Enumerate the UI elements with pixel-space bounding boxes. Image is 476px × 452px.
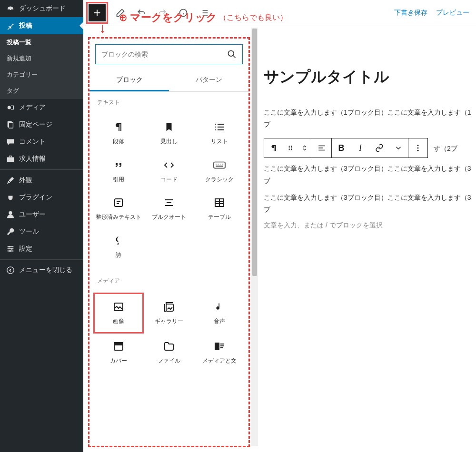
sidebar-item-pages[interactable]: 固定ページ xyxy=(0,116,83,133)
empty-block-placeholder[interactable]: 文章を入力、または / でブロックを選択 xyxy=(264,221,476,230)
user-icon xyxy=(6,210,15,219)
inserter-scrollbar[interactable] xyxy=(251,28,258,446)
section-text-label: テキスト xyxy=(89,92,248,109)
code-icon xyxy=(163,159,175,171)
image-icon xyxy=(112,301,125,313)
sidebar-sub-tags[interactable]: タグ xyxy=(0,83,83,99)
svg-rect-13 xyxy=(115,199,122,206)
align-button[interactable] xyxy=(312,138,331,157)
block-item-pullquote[interactable]: プルクオート xyxy=(144,190,194,228)
quote-icon xyxy=(112,159,125,171)
block-item-bookmark[interactable]: 見出し xyxy=(144,114,194,152)
sidebar-label: 求人情報 xyxy=(19,155,46,163)
svg-point-8 xyxy=(9,250,11,252)
sidebar-sub-posts-new[interactable]: 新規追加 xyxy=(0,50,83,67)
svg-point-22 xyxy=(289,149,290,150)
sidebar-item-tools[interactable]: ツール xyxy=(0,223,83,240)
sidebar-item-dashboard[interactable]: ダッシュボード xyxy=(0,0,83,17)
block-search-input[interactable] xyxy=(101,50,227,58)
sidebar-item-comments[interactable]: コメント xyxy=(0,133,83,150)
preformatted-icon xyxy=(112,197,125,209)
block-item-label: 整形済みテキスト xyxy=(96,214,141,221)
block-item-label: カバー xyxy=(110,357,127,365)
paragraph-tail: す（2ブ xyxy=(434,145,457,153)
paragraph-block-1[interactable]: ここに文章を入力します（1ブロック目）ここに文章を入力します（1ブ xyxy=(264,107,476,130)
svg-point-25 xyxy=(291,149,292,150)
sidebar-item-appearance[interactable]: 外観 xyxy=(0,172,83,189)
bold-button[interactable]: B xyxy=(332,138,351,157)
preview-link[interactable]: プレビュー xyxy=(436,9,469,17)
block-item-file[interactable]: ファイル xyxy=(144,334,194,372)
block-item-paragraph[interactable]: 段落 xyxy=(93,114,144,152)
more-rich-button[interactable] xyxy=(389,138,408,157)
svg-point-21 xyxy=(289,147,290,148)
svg-point-28 xyxy=(417,150,419,151)
annotation-arrow-icon: ↓ xyxy=(99,20,106,36)
block-item-preformatted[interactable]: 整形済みテキスト xyxy=(93,190,144,228)
more-vertical-icon xyxy=(414,144,422,152)
annotation-callout: ⊕ マークをクリック （こちらでも良い） xyxy=(119,10,288,25)
scrollbar-thumb[interactable] xyxy=(252,29,257,276)
sidebar-item-media[interactable]: メディア xyxy=(0,99,83,116)
tab-blocks[interactable]: ブロック xyxy=(89,70,169,91)
svg-rect-4 xyxy=(7,157,14,162)
block-grid-media: 画像ギャラリー音声カバーファイルメディアと文 xyxy=(89,288,248,376)
svg-rect-12 xyxy=(214,162,225,168)
block-item-table[interactable]: テーブル xyxy=(194,190,245,228)
sidebar-item-plugins[interactable]: プラグイン xyxy=(0,189,83,206)
block-item-image[interactable]: 画像 xyxy=(93,293,144,334)
sidebar-sub-posts-list[interactable]: 投稿一覧 xyxy=(0,34,83,50)
block-toolbar: B I xyxy=(264,138,428,158)
paragraph-block-3b[interactable]: ここに文章を入力します（3ブロック目）ここに文章を入力します（3ブ xyxy=(264,192,476,216)
bookmark-icon xyxy=(163,121,175,133)
sidebar-label: コメント xyxy=(19,138,46,146)
block-item-label: 引用 xyxy=(113,176,124,184)
block-item-list[interactable]: リスト xyxy=(194,114,245,152)
svg-point-23 xyxy=(291,146,292,147)
save-draft-link[interactable]: 下書き保存 xyxy=(394,9,427,17)
block-item-audio[interactable]: 音声 xyxy=(194,293,245,334)
options-button[interactable] xyxy=(408,138,427,157)
sidebar-sub-categories[interactable]: カテゴリー xyxy=(0,67,83,83)
svg-point-5 xyxy=(9,211,12,215)
block-item-code[interactable]: コード xyxy=(144,152,194,190)
block-item-label: ファイル xyxy=(158,357,180,365)
briefcase-icon xyxy=(6,154,15,164)
block-item-verse[interactable]: 詩 xyxy=(93,228,144,266)
tab-patterns[interactable]: パターン xyxy=(169,70,248,91)
block-item-label: 段落 xyxy=(113,138,124,146)
sidebar-label: プラグイン xyxy=(19,193,52,202)
drag-handle[interactable] xyxy=(283,138,298,157)
move-buttons[interactable] xyxy=(298,138,312,157)
block-item-quote[interactable]: 引用 xyxy=(93,152,144,190)
svg-rect-3 xyxy=(9,123,13,128)
link-button[interactable] xyxy=(370,138,389,157)
sidebar-label: メディア xyxy=(19,103,46,112)
sidebar-item-users[interactable]: ユーザー xyxy=(0,206,83,223)
italic-button[interactable]: I xyxy=(351,138,370,157)
block-type-button[interactable] xyxy=(264,138,283,157)
pullquote-icon xyxy=(163,197,175,209)
sidebar-item-jobs[interactable]: 求人情報 xyxy=(0,150,83,167)
svg-point-26 xyxy=(417,145,419,147)
paragraph-block-3a[interactable]: ここに文章を入力します（3ブロック目）ここに文章を入力します（3ブ xyxy=(264,163,476,187)
block-item-keyboard[interactable]: クラシック xyxy=(194,152,245,190)
media-text-icon xyxy=(213,340,226,353)
brush-icon xyxy=(6,176,15,185)
sidebar-item-posts[interactable]: 投稿 xyxy=(0,17,83,34)
plus-icon xyxy=(92,8,102,18)
sidebar-item-settings[interactable]: 設定 xyxy=(0,240,83,257)
block-item-media-text[interactable]: メディアと文 xyxy=(194,334,245,372)
sidebar-item-collapse[interactable]: メニューを閉じる xyxy=(0,262,83,279)
cover-icon xyxy=(112,340,125,353)
block-item-cover[interactable]: カバー xyxy=(93,334,144,372)
block-item-gallery[interactable]: ギャラリー xyxy=(144,293,194,334)
audio-icon xyxy=(213,301,226,313)
post-title[interactable]: サンプルタイトル xyxy=(264,67,476,88)
block-item-label: 見出し xyxy=(160,138,178,146)
sidebar-label: ツール xyxy=(19,227,39,236)
bold-icon: B xyxy=(338,143,345,153)
add-block-button[interactable] xyxy=(89,4,106,21)
pin-icon xyxy=(6,21,15,30)
block-search-box[interactable] xyxy=(95,44,243,64)
